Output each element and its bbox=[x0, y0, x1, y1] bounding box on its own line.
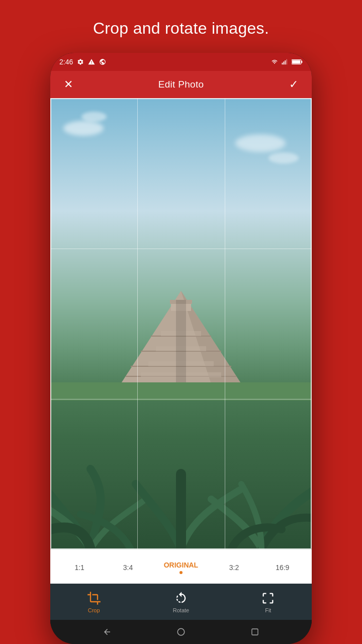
aspect-3-4[interactable]: 3:4 bbox=[115, 564, 140, 572]
svg-rect-21 bbox=[252, 629, 258, 635]
battery-icon bbox=[292, 59, 303, 65]
rotate-tool[interactable]: Rotate bbox=[161, 591, 201, 613]
svg-rect-1 bbox=[284, 61, 285, 64]
signal-icon bbox=[282, 58, 289, 65]
status-left: 2:46 bbox=[59, 58, 106, 66]
nav-back-button[interactable] bbox=[97, 622, 117, 642]
nav-bar bbox=[50, 620, 312, 644]
fit-tool[interactable]: Fit bbox=[248, 591, 288, 613]
nav-recents-icon bbox=[251, 628, 259, 636]
cloud-3 bbox=[235, 134, 286, 152]
hero-title: Crop and rotate images. bbox=[73, 0, 289, 53]
aspect-original-label: ORIGINAL bbox=[164, 561, 198, 569]
aspect-active-dot bbox=[179, 571, 183, 574]
svg-rect-19 bbox=[176, 300, 186, 383]
aspect-3-2-label: 3:2 bbox=[229, 564, 239, 572]
wifi-icon bbox=[270, 59, 279, 65]
aspect-1-1-label: 1:1 bbox=[74, 564, 84, 572]
warning-icon bbox=[88, 58, 95, 65]
toolbar-title: Edit Photo bbox=[158, 79, 204, 90]
vpn-icon bbox=[99, 58, 106, 65]
nav-back-icon bbox=[103, 627, 112, 636]
rotate-icon bbox=[174, 591, 188, 605]
nav-home-button[interactable] bbox=[171, 622, 191, 642]
nav-recents-button[interactable] bbox=[245, 622, 265, 642]
aspect-original[interactable]: ORIGINAL bbox=[164, 561, 198, 574]
svg-rect-2 bbox=[285, 60, 286, 64]
crop-tool[interactable]: Crop bbox=[74, 591, 114, 613]
svg-rect-6 bbox=[292, 60, 300, 64]
photo-canvas[interactable] bbox=[50, 98, 312, 549]
aspect-3-4-label: 3:4 bbox=[123, 564, 133, 572]
pyramid-art bbox=[111, 286, 251, 391]
status-time: 2:46 bbox=[59, 58, 73, 66]
cloud-4 bbox=[268, 152, 299, 164]
ground bbox=[50, 382, 312, 400]
cloud-2 bbox=[81, 112, 107, 122]
status-right bbox=[270, 58, 303, 65]
settings-icon bbox=[77, 58, 84, 65]
aspect-1-1[interactable]: 1:1 bbox=[67, 564, 92, 572]
cloud-1 bbox=[63, 121, 104, 136]
fit-tool-label: Fit bbox=[265, 607, 271, 613]
phone-frame: 2:46 bbox=[50, 53, 312, 644]
aspect-16-9-label: 16:9 bbox=[276, 564, 289, 572]
confirm-button[interactable]: ✓ bbox=[285, 75, 303, 94]
svg-rect-3 bbox=[286, 59, 287, 65]
aspect-ratio-bar: 1:1 3:4 ORIGINAL 3:2 16:9 bbox=[50, 549, 312, 584]
svg-rect-5 bbox=[301, 61, 302, 63]
bottom-toolbar: Crop Rotate Fit bbox=[50, 584, 312, 620]
foreground-plants bbox=[50, 449, 312, 549]
svg-rect-0 bbox=[282, 63, 283, 65]
crop-icon bbox=[87, 591, 101, 605]
crop-tool-label: Crop bbox=[88, 607, 100, 613]
app-toolbar: ✕ Edit Photo ✓ bbox=[50, 71, 312, 98]
svg-point-20 bbox=[177, 628, 185, 635]
aspect-3-2[interactable]: 3:2 bbox=[221, 564, 246, 572]
photo-background bbox=[50, 98, 312, 549]
aspect-16-9[interactable]: 16:9 bbox=[270, 564, 295, 572]
close-button[interactable]: ✕ bbox=[59, 75, 77, 94]
rotate-tool-label: Rotate bbox=[173, 607, 189, 613]
status-bar: 2:46 bbox=[50, 53, 312, 71]
nav-home-icon bbox=[176, 627, 186, 636]
fit-icon bbox=[261, 591, 275, 605]
